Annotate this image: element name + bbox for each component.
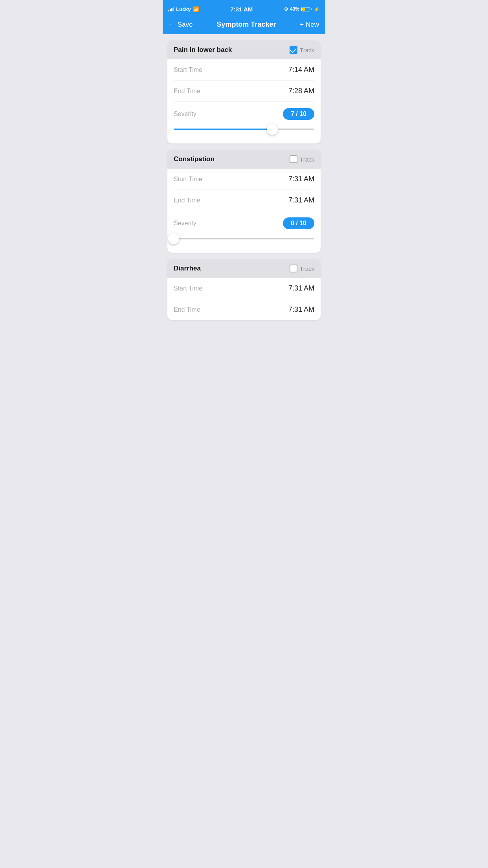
start-time-row-diarrhea: Start Time 7:31 AM [174, 278, 314, 299]
severity-label-pain: Severity [174, 110, 196, 118]
start-time-value-diarrhea: 7:31 AM [288, 284, 314, 292]
start-time-value-constipation: 7:31 AM [288, 175, 314, 183]
track-toggle-diarrhea[interactable]: Track [290, 265, 314, 272]
symptom-card-diarrhea: Diarrhea Track Start Time 7:31 AM End Ti… [167, 259, 321, 320]
track-label-pain: Track [300, 47, 314, 53]
end-time-row-constipation: End Time 7:31 AM [174, 190, 314, 211]
card-body-pain: Start Time 7:14 AM End Time 7:28 AM Seve… [167, 59, 321, 143]
end-time-row-pain: End Time 7:28 AM [174, 81, 314, 102]
page-title: Symptom Tracker [216, 20, 276, 29]
card-body-diarrhea: Start Time 7:31 AM End Time 7:31 AM [167, 278, 321, 320]
card-header-diarrhea: Diarrhea Track [167, 259, 321, 278]
end-time-label-pain: End Time [174, 88, 200, 95]
severity-badge-constipation: 0 / 10 [283, 217, 314, 229]
track-checkbox-diarrhea[interactable] [290, 265, 297, 272]
end-time-value-pain: 7:28 AM [288, 87, 314, 95]
card-body-constipation: Start Time 7:31 AM End Time 7:31 AM Seve… [167, 169, 321, 253]
battery-percent: 43% [290, 6, 299, 12]
new-button[interactable]: + New [300, 21, 319, 29]
nav-bar: ← Save Symptom Tracker + New [163, 17, 325, 34]
track-label-constipation: Track [300, 156, 314, 163]
end-time-value-constipation: 7:31 AM [288, 196, 314, 204]
card-header-constipation: Constipation Track [167, 150, 321, 169]
severity-label-constipation: Severity [174, 220, 196, 227]
status-left: Lucky 📶 [168, 6, 199, 12]
battery-icon [301, 7, 312, 11]
wifi-icon: 📶 [193, 6, 199, 12]
end-time-label-diarrhea: End Time [174, 306, 200, 313]
status-bar: Lucky 📶 7:31 AM ⊕ 43% ⚡ [163, 0, 325, 17]
end-time-row-diarrhea: End Time 7:31 AM [174, 299, 314, 320]
severity-slider-constipation[interactable] [174, 232, 314, 246]
start-time-row-constipation: Start Time 7:31 AM [174, 169, 314, 190]
charging-icon: ⚡ [314, 6, 320, 12]
status-right: ⊕ 43% ⚡ [284, 6, 320, 12]
track-checkbox-pain[interactable] [290, 46, 297, 54]
symptom-card-pain-lower-back: Pain in lower back Track Start Time 7:14… [167, 40, 321, 143]
track-toggle-constipation[interactable]: Track [290, 155, 314, 163]
save-button[interactable]: ← Save [169, 21, 193, 29]
symptom-name-constipation: Constipation [174, 155, 215, 163]
symptom-card-constipation: Constipation Track Start Time 7:31 AM En… [167, 150, 321, 253]
carrier-name: Lucky [176, 6, 191, 12]
symptom-name-pain: Pain in lower back [174, 46, 232, 54]
severity-badge-pain: 7 / 10 [283, 108, 314, 120]
track-toggle-pain[interactable]: Track [290, 46, 314, 54]
track-label-diarrhea: Track [300, 265, 314, 272]
severity-slider-pain[interactable] [174, 123, 314, 137]
signal-icon [168, 7, 174, 11]
start-time-value-pain: 7:14 AM [288, 66, 314, 74]
end-time-value-diarrhea: 7:31 AM [288, 305, 314, 314]
symptom-name-diarrhea: Diarrhea [174, 265, 201, 272]
end-time-label-constipation: End Time [174, 197, 200, 204]
track-checkbox-constipation[interactable] [290, 155, 297, 163]
severity-row-constipation: Severity 0 / 10 [174, 211, 314, 232]
dnd-icon: ⊕ [284, 6, 288, 12]
status-time: 7:31 AM [230, 6, 253, 13]
start-time-label-constipation: Start Time [174, 176, 202, 183]
content-area: Pain in lower back Track Start Time 7:14… [163, 34, 325, 326]
card-header-pain: Pain in lower back Track [167, 40, 321, 59]
start-time-label-pain: Start Time [174, 66, 202, 74]
start-time-label-diarrhea: Start Time [174, 285, 202, 292]
start-time-row-pain: Start Time 7:14 AM [174, 59, 314, 81]
severity-row-pain: Severity 7 / 10 [174, 102, 314, 123]
